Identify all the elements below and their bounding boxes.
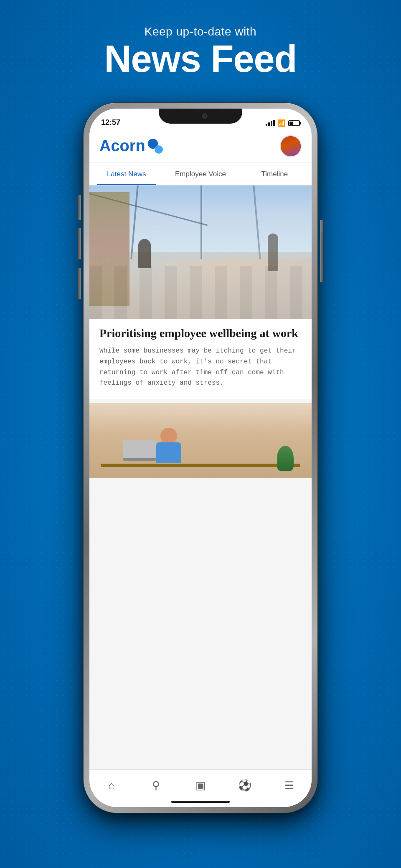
article-2[interactable] (89, 403, 312, 478)
notch (159, 109, 242, 124)
messages-icon: ▣ (195, 779, 206, 792)
nav-menu[interactable]: ☰ (267, 770, 312, 801)
search-icon: ⚲ (152, 779, 160, 792)
screen-content: Prioritising employee wellbeing at work … (89, 185, 312, 769)
article-1-body: While some businesses may be itching to … (99, 346, 302, 388)
logo-circle-light (155, 145, 163, 154)
phone-outer: 12:57 📶 Acorn (84, 103, 317, 813)
avatar[interactable] (280, 135, 302, 157)
app-header: Acorn (89, 129, 312, 163)
status-time: 12:57 (101, 118, 120, 127)
home-bar (171, 801, 230, 803)
logo-container: Acorn (99, 137, 163, 155)
silent-switch (78, 268, 81, 299)
tab-latest-news[interactable]: Latest News (89, 163, 163, 185)
volume-down-button (78, 228, 81, 259)
phone-wrapper: 12:57 📶 Acorn (84, 103, 317, 813)
article-1[interactable]: Prioritising employee wellbeing at work … (89, 185, 312, 399)
header-subtitle: Keep up-to-date with (104, 25, 297, 38)
status-icons: 📶 (266, 119, 300, 127)
nav-home[interactable]: ⌂ (89, 770, 134, 801)
header-section: Keep up-to-date with News Feed (104, 25, 297, 78)
signal-icon (266, 120, 275, 126)
logo-icon (148, 139, 163, 154)
nav-search[interactable]: ⚲ (134, 770, 178, 801)
nav-messages[interactable]: ▣ (178, 770, 223, 801)
logo-text: Acorn (99, 137, 145, 155)
tab-timeline[interactable]: Timeline (238, 163, 312, 185)
phone-inner: 12:57 📶 Acorn (89, 109, 312, 807)
home-icon: ⌂ (108, 779, 115, 792)
tab-employee-voice[interactable]: Employee Voice (163, 163, 237, 185)
tabs-container: Latest News Employee Voice Timeline (89, 163, 312, 185)
wifi-icon: 📶 (277, 119, 286, 127)
article-2-image (89, 403, 312, 478)
notifications-icon: ⚽ (238, 779, 251, 792)
power-button (320, 232, 323, 282)
notch-camera (202, 113, 208, 119)
article-1-title: Prioritising employee wellbeing at work (99, 326, 302, 341)
battery-icon (288, 120, 300, 126)
header-title: News Feed (104, 40, 297, 78)
nav-notifications[interactable]: ⚽ (223, 770, 267, 801)
avatar-inner (281, 136, 301, 156)
menu-icon: ☰ (284, 779, 294, 792)
volume-up-button (78, 195, 81, 218)
article-1-image (89, 185, 312, 319)
